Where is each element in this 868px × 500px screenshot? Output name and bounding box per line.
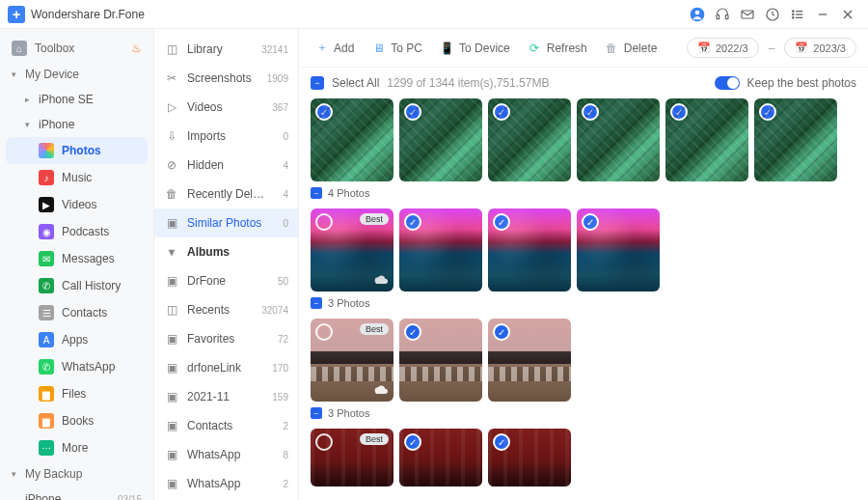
sidebar-item-music[interactable]: ♪Music — [0, 164, 153, 191]
group-label[interactable]: −3 Photos — [311, 292, 856, 313]
to-device-button[interactable]: 📱To Device — [436, 37, 514, 59]
photo-thumb[interactable]: ✓ — [577, 208, 660, 292]
group-label[interactable]: −4 Photos — [311, 181, 856, 203]
unchecked-icon[interactable] — [315, 433, 333, 451]
cat-videos[interactable]: ▷Videos367 — [154, 93, 298, 122]
photo-thumb[interactable]: ✓ — [754, 98, 837, 181]
checked-icon[interactable]: ✓ — [404, 103, 421, 121]
delete-button[interactable]: 🗑Delete — [601, 37, 662, 59]
photo-thumb[interactable]: Best — [311, 429, 393, 486]
sidebar-item-messages[interactable]: ✉Messages — [0, 245, 153, 272]
keep-best-toggle[interactable] — [715, 76, 740, 90]
cat-imports[interactable]: ⇩Imports0 — [154, 122, 298, 151]
select-all-checkbox[interactable]: − — [311, 76, 324, 90]
photo-thumb[interactable]: ✓ — [577, 98, 660, 181]
sidebar: ⌂ Toolbox ♨ ▾ My Device ▸ iPhone SE ▾ iP… — [0, 29, 154, 500]
group-label[interactable]: −3 Photos — [311, 402, 856, 423]
image-icon: ▣ — [164, 331, 179, 347]
main-layout: ⌂ Toolbox ♨ ▾ My Device ▸ iPhone SE ▾ iP… — [0, 29, 868, 500]
sidebar-item-whatsapp[interactable]: ✆WhatsApp — [0, 353, 153, 380]
photo-thumb[interactable]: Best — [311, 319, 393, 402]
sidebar-item-iphone[interactable]: ▾ iPhone — [0, 112, 153, 137]
photo-thumb[interactable]: ✓ — [488, 98, 571, 181]
unchecked-icon[interactable] — [315, 213, 333, 231]
sidebar-item-apps[interactable]: AApps — [0, 326, 153, 353]
list-icon[interactable] — [785, 2, 810, 27]
plus-icon: ＋ — [314, 41, 329, 55]
close-button[interactable] — [835, 2, 860, 27]
sidebar-item-videos[interactable]: ▶Videos — [0, 191, 153, 218]
minimize-button[interactable] — [810, 2, 835, 27]
checked-icon[interactable]: ✓ — [582, 213, 599, 231]
add-button[interactable]: ＋Add — [311, 37, 358, 59]
sidebar-item-photos[interactable]: Photos — [6, 137, 148, 164]
cat-recents[interactable]: ◫Recents32074 — [154, 295, 298, 324]
sidebar-item-books[interactable]: ▆Books — [0, 407, 153, 434]
unchecked-icon[interactable] — [315, 323, 333, 341]
cat-hidden[interactable]: ⊘Hidden4 — [154, 151, 298, 180]
checked-icon[interactable]: ✓ — [759, 103, 776, 121]
checked-icon[interactable]: ✓ — [404, 323, 421, 341]
group-checkbox[interactable]: − — [311, 407, 322, 419]
group-checkbox[interactable]: − — [311, 297, 322, 309]
photo-thumb[interactable]: ✓ — [399, 208, 482, 292]
checked-icon[interactable]: ✓ — [493, 103, 510, 121]
sidebar-item-more[interactable]: ⋯More — [0, 434, 153, 461]
photo-thumb[interactable]: ✓ — [488, 429, 571, 486]
cat-albums-header[interactable]: ▾Albums — [154, 237, 298, 266]
user-icon[interactable] — [685, 2, 710, 27]
music-icon: ♪ — [39, 170, 54, 185]
sidebar-item-podcasts[interactable]: ◉Podcasts — [0, 218, 153, 245]
app-logo: + — [8, 6, 25, 23]
checked-icon[interactable]: ✓ — [493, 323, 510, 341]
sidebar-item-mybackup[interactable]: ▾My Backup — [0, 461, 153, 486]
cat-contacts-album[interactable]: ▣Contacts2 — [154, 411, 298, 440]
cat-2021-11[interactable]: ▣2021-11159 — [154, 382, 298, 411]
sidebar-item-toolbox[interactable]: ⌂ Toolbox ♨ — [0, 35, 153, 62]
headset-icon[interactable] — [710, 2, 735, 27]
cat-favorites[interactable]: ▣Favorites72 — [154, 324, 298, 353]
checked-icon[interactable]: ✓ — [404, 213, 421, 231]
cat-recently-deleted[interactable]: 🗑Recently Delet...4 — [154, 180, 298, 208]
sidebar-item-files[interactable]: ▆Files — [0, 380, 153, 407]
cat-library[interactable]: ◫Library32141 — [154, 35, 298, 64]
photo-thumb[interactable]: ✓ — [488, 208, 571, 292]
checked-icon[interactable]: ✓ — [582, 103, 599, 121]
sidebar-item-callhistory[interactable]: ✆Call History — [0, 272, 153, 299]
toolbox-icon: ⌂ — [12, 41, 27, 56]
cat-drfonelink[interactable]: ▣drfoneLink170 — [154, 353, 298, 382]
history-icon[interactable] — [760, 2, 785, 27]
refresh-button[interactable]: ⟳Refresh — [524, 37, 591, 59]
cat-drfone[interactable]: ▣DrFone50 — [154, 266, 298, 295]
sidebar-item-contacts[interactable]: ☰Contacts — [0, 299, 153, 326]
photo-thumb[interactable]: ✓ — [311, 98, 393, 181]
image-icon: ▣ — [164, 389, 179, 404]
to-pc-button[interactable]: 🖥To PC — [367, 37, 426, 59]
cat-whatsapp-album-2[interactable]: ▣WhatsApp2 — [154, 469, 298, 498]
flame-icon: ♨ — [131, 42, 142, 55]
cat-whatsapp-album-1[interactable]: ▣WhatsApp8 — [154, 440, 298, 469]
select-all-label[interactable]: Select All — [332, 76, 379, 90]
sidebar-item-label: Books — [62, 414, 142, 428]
sidebar-item-iphonese[interactable]: ▸ iPhone SE — [0, 87, 153, 112]
group-count-label: 4 Photos — [328, 187, 369, 199]
sidebar-item-mydevice[interactable]: ▾ My Device — [0, 62, 153, 87]
photo-thumb[interactable]: ✓ — [399, 429, 482, 486]
group-checkbox[interactable]: − — [311, 187, 322, 199]
checked-icon[interactable]: ✓ — [670, 103, 688, 121]
mail-icon[interactable] — [735, 2, 760, 27]
checked-icon[interactable]: ✓ — [404, 433, 421, 451]
checked-icon[interactable]: ✓ — [315, 103, 333, 121]
cat-screenshots[interactable]: ✂Screenshots1909 — [154, 64, 298, 93]
checked-icon[interactable]: ✓ — [493, 433, 510, 451]
photo-thumb[interactable]: ✓ — [399, 98, 482, 181]
cat-similar-photos[interactable]: ▣Similar Photos0 — [154, 208, 298, 237]
date-from-picker[interactable]: 📅2022/3 — [687, 38, 759, 58]
photo-thumb[interactable]: ✓ — [665, 98, 748, 181]
photo-thumb[interactable]: ✓ — [488, 319, 571, 402]
photo-thumb[interactable]: ✓ — [399, 319, 482, 402]
photo-thumb[interactable]: Best — [311, 208, 393, 292]
date-to-picker[interactable]: 📅2023/3 — [784, 38, 856, 58]
sidebar-item-backup-iphone[interactable]: iPhone03/15 — [0, 486, 153, 500]
checked-icon[interactable]: ✓ — [493, 213, 510, 231]
